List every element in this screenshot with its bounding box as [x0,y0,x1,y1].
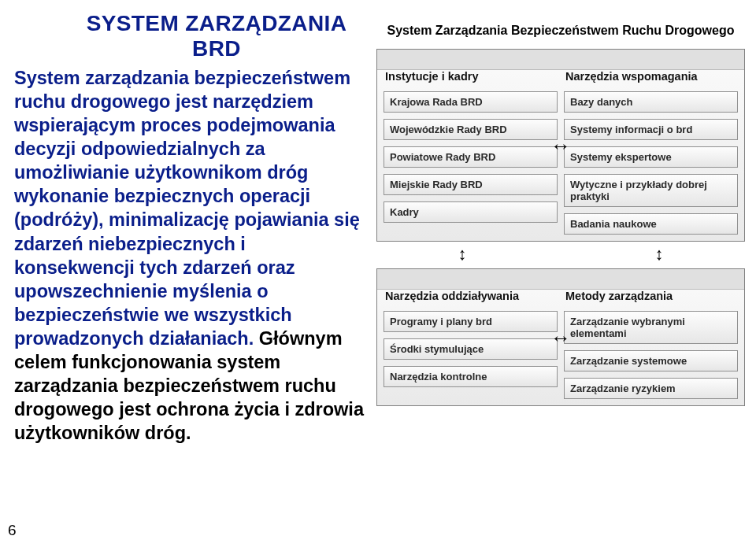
panel: Środki stymulujące [384,338,558,360]
diagram-title: System Zarządzania Bezpieczeństwem Ruchu… [376,24,745,38]
slide-title: SYSTEM ZARZĄDZANIA BRD [69,11,364,61]
panel: Powiatowe Rady BRD [384,146,558,168]
panel: Narzędzia kontrolne [384,366,558,387]
arrow-vertical-icon: ↕ [654,244,663,264]
panel: Badania naukowe [564,213,738,235]
diagram-top-block: Instytucje i kadry Krajowa Rada BRD Woje… [376,49,745,242]
diagram-bottom-block: Narzędzia oddziaływania Programy i plany… [376,268,745,406]
panel: Systemy informacji o brd [564,119,738,140]
panel: Systemy ekspertowe [564,146,738,168]
page-number: 6 [8,522,17,539]
panel: Zarządzanie wybranymi elementami [564,311,738,344]
top-left-col: Instytucje i kadry Krajowa Rada BRD Woje… [384,70,558,235]
panel: Kadry [384,201,558,223]
top-right-header: Narzędzia wspomagania [564,70,738,85]
panel: Zarządzanie systemowe [564,350,738,371]
bottom-right-header: Metody zarządzania [564,290,738,305]
bottom-left-col: Narzędzia oddziaływania Programy i plany… [384,290,558,399]
panel: Bazy danych [564,91,738,113]
diagram-column: System Zarządzania Bezpieczeństwem Ruchu… [370,0,756,547]
arrow-vertical-icon: ↕ [458,244,467,264]
top-left-header: Instytucje i kadry [384,70,558,85]
paragraph-blue: System zarządzania bezpieczeństwem ruchu… [14,68,360,349]
spacer [376,246,745,264]
panel: Miejskie Rady BRD [384,174,558,195]
bottom-right-col: Metody zarządzania Zarządzanie wybranymi… [564,290,738,399]
panel: Wytyczne i przykłady dobrej praktyki [564,174,738,207]
arrow-horizontal-icon: ↔ [550,327,571,348]
panel: Krajowa Rada BRD [384,91,558,113]
slide: SYSTEM ZARZĄDZANIA BRD System zarządzani… [0,0,756,547]
panel: Programy i plany brd [384,311,558,332]
body-text: System zarządzania bezpieczeństwem ruchu… [14,66,364,445]
top-right-col: Narzędzia wspomagania Bazy danych System… [564,70,738,235]
panel: Zarządzanie ryzykiem [564,378,738,399]
arrow-horizontal-icon: ↔ [550,135,571,156]
panel: Wojewódzkie Rady BRD [384,119,558,140]
bottom-left-header: Narzędzia oddziaływania [384,290,558,305]
text-column: SYSTEM ZARZĄDZANIA BRD System zarządzani… [0,0,370,547]
